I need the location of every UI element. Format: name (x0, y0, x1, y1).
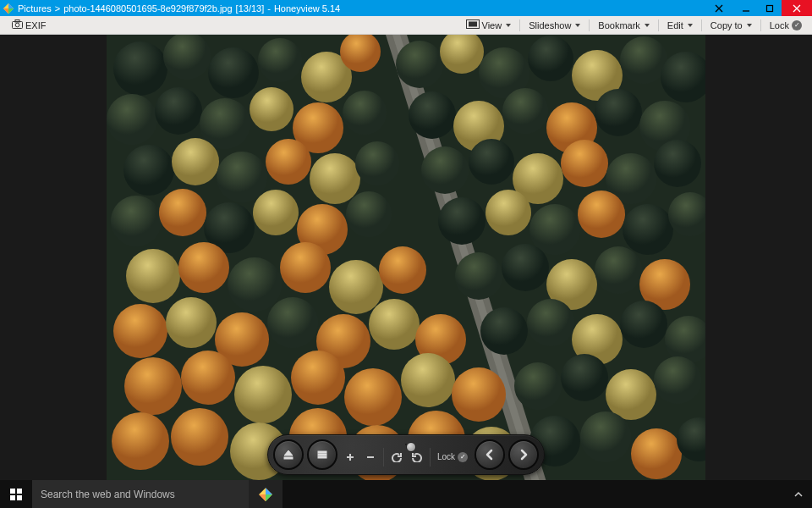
svg-point-89 (291, 351, 345, 405)
svg-rect-111 (318, 454, 326, 456)
float-lock-toggle[interactable]: Lock ✓ (436, 452, 469, 462)
svg-point-65 (228, 257, 282, 312)
bookmark-label: Bookmark (598, 20, 640, 30)
svg-marker-117 (259, 488, 272, 501)
svg-point-48 (561, 140, 608, 187)
tray-overflow-button[interactable] (790, 486, 807, 503)
separator (701, 19, 702, 31)
check-icon: ✓ (458, 452, 468, 462)
svg-point-54 (253, 190, 299, 235)
menu-button[interactable] (307, 439, 337, 470)
svg-point-91 (401, 353, 455, 407)
svg-point-46 (469, 139, 514, 185)
toolbar: EXIF View Slideshow Bookmark Edit Copy t… (0, 16, 812, 35)
svg-point-30 (250, 87, 294, 131)
svg-point-81 (480, 307, 528, 355)
svg-point-63 (126, 249, 180, 303)
edit-menu[interactable]: Edit (662, 19, 698, 32)
title-counter: [13/13] (236, 3, 265, 14)
view-label: View (482, 20, 502, 30)
close-button[interactable] (782, 0, 812, 16)
minimize-button[interactable] (734, 0, 758, 16)
lock-toggle[interactable]: Lock ✓ (765, 19, 807, 32)
svg-point-44 (355, 141, 399, 185)
svg-rect-109 (284, 457, 293, 459)
svg-point-98 (171, 408, 228, 466)
svg-point-79 (369, 299, 420, 350)
svg-point-52 (159, 189, 206, 236)
separator (760, 19, 761, 31)
previous-button[interactable] (475, 439, 505, 470)
image-viewport: Lock ✓ (0, 35, 812, 480)
displayed-image[interactable]: Lock ✓ (107, 35, 705, 480)
taskbar-app-honeyview[interactable] (249, 480, 283, 508)
title-filename: photo-1446080501695-8e929f879f2b.jpg (63, 3, 232, 14)
svg-point-105 (580, 411, 631, 462)
taskbar-search[interactable]: Search the web and Windows (32, 480, 249, 508)
svg-marker-120 (259, 494, 266, 501)
caret-down-icon (747, 24, 752, 27)
app-logo-icon (3, 3, 14, 14)
svg-point-61 (623, 204, 673, 255)
svg-point-42 (266, 139, 311, 185)
view-menu[interactable]: View (461, 18, 517, 32)
camera-icon (12, 19, 23, 30)
svg-point-58 (486, 190, 531, 235)
title-bar: Pictures > photo-1446080501695-8e929f879… (0, 0, 812, 16)
svg-point-56 (346, 191, 392, 237)
bookmark-menu[interactable]: Bookmark (593, 19, 655, 32)
svg-point-94 (561, 354, 608, 401)
next-button[interactable] (508, 439, 539, 470)
caret-down-icon (506, 24, 511, 27)
svg-point-25 (620, 36, 667, 84)
title-sep: > (55, 3, 60, 14)
svg-point-70 (502, 244, 549, 291)
svg-point-40 (172, 138, 219, 185)
window-alt-close-button[interactable] (707, 0, 731, 16)
svg-point-96 (654, 356, 701, 404)
exif-button[interactable]: EXIF (7, 18, 51, 32)
float-lock-label: Lock (437, 452, 455, 461)
slider-thumb[interactable] (406, 442, 416, 452)
edit-label: Edit (667, 20, 683, 30)
svg-point-72 (595, 246, 642, 294)
exif-label: EXIF (25, 20, 46, 30)
caret-down-icon (645, 24, 650, 27)
window-controls (707, 0, 812, 16)
svg-point-8 (15, 23, 19, 27)
svg-rect-114 (17, 489, 22, 494)
svg-point-14 (113, 41, 167, 96)
svg-point-67 (329, 260, 383, 314)
svg-rect-116 (17, 495, 22, 500)
fit-icon (466, 19, 480, 30)
separator (658, 19, 659, 31)
svg-point-74 (113, 304, 167, 358)
svg-rect-115 (10, 495, 15, 500)
svg-point-41 (217, 152, 267, 202)
eject-button[interactable] (273, 439, 304, 470)
separator (430, 448, 431, 467)
separator (383, 448, 384, 467)
svg-marker-108 (284, 450, 293, 456)
rotate-left-button[interactable] (389, 450, 404, 465)
start-button[interactable] (0, 480, 32, 508)
svg-point-66 (280, 242, 331, 293)
title-sep2: - (267, 3, 271, 14)
maximize-button[interactable] (758, 0, 782, 16)
svg-rect-7 (15, 20, 19, 23)
title-appname: Honeyview 5.14 (274, 3, 340, 14)
slideshow-menu[interactable]: Slideshow (524, 19, 585, 32)
zoom-in-button[interactable] (343, 450, 358, 465)
svg-point-75 (166, 297, 217, 348)
svg-point-87 (181, 351, 235, 405)
svg-rect-110 (318, 451, 326, 453)
zoom-slider[interactable] (405, 444, 407, 445)
zoom-out-button[interactable] (363, 450, 378, 465)
svg-point-50 (654, 140, 701, 187)
svg-rect-10 (469, 22, 477, 27)
lock-label: Lock (770, 20, 789, 30)
svg-point-90 (344, 368, 402, 426)
copyto-menu[interactable]: Copy to (705, 19, 757, 32)
svg-point-16 (208, 47, 259, 98)
svg-point-33 (409, 91, 456, 139)
